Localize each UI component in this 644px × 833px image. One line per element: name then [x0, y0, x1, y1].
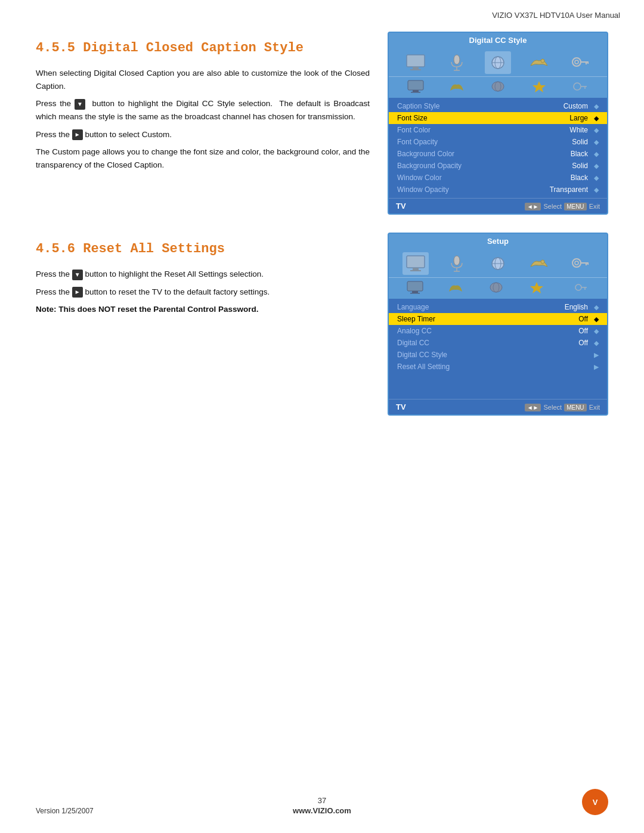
panel1-icon-key: [567, 51, 593, 74]
vizio-logo: V: [582, 789, 608, 815]
panel1-row-caption-style: Caption Style Custom ◆: [389, 100, 607, 112]
section-455: 4.5.5 Digital Closed Caption Style When …: [36, 32, 608, 215]
panel1-icon-monitor: [402, 51, 429, 74]
panel2-row-sleep-timer: Sleep Timer Off ◆: [389, 313, 607, 325]
panel1-nav-hint: ◄► Select MENU Exit: [524, 203, 600, 210]
svg-marker-20: [532, 81, 546, 92]
svg-marker-44: [530, 282, 543, 293]
panel1-icon-sm3: [485, 78, 511, 95]
section-455-text: 4.5.5 Digital Closed Caption Style When …: [36, 32, 370, 176]
section-456-note: Note: This does NOT reset the Parental C…: [36, 303, 370, 316]
panel1-icon-satellite: [485, 51, 511, 74]
section-456-para1: Press the ▼ button to highlight the Rese…: [36, 268, 370, 281]
panel1-icon-sm5: [567, 78, 593, 95]
panel2-icon-monitor: [402, 252, 429, 275]
panel2-icon-sm2: [442, 279, 469, 296]
panel2-icon-mic: [444, 252, 470, 275]
panel1-row-font-color: Font Color White ◆: [389, 124, 607, 136]
panel1-icons-top: [389, 48, 607, 77]
svg-point-11: [575, 60, 578, 64]
panel1-tv-label: TV: [396, 202, 406, 210]
panel1-menu: Caption Style Custom ◆ Font Size Large ◆…: [389, 98, 607, 198]
panel2-icon-sm4: [524, 279, 550, 296]
svg-point-27: [454, 256, 460, 265]
panel1-row-font-opacity: Font Opacity Solid ◆: [389, 136, 607, 148]
section-455-title: 4.5.5 Digital Closed Caption Style: [36, 38, 370, 58]
panel2-icon-bird: [526, 252, 552, 275]
svg-point-10: [572, 58, 581, 66]
down-button-icon-2: ▼: [72, 270, 83, 280]
section-456-para2: Press the ► button to reset the TV to th…: [36, 286, 370, 299]
panel2-icon-sm3: [483, 279, 509, 296]
panel2-icon-satellite: [485, 252, 511, 275]
svg-rect-2: [410, 69, 421, 70]
page-header: VIZIO VX37L HDTV10A User Manual: [0, 0, 644, 26]
svg-rect-0: [407, 55, 425, 67]
svg-point-42: [490, 283, 502, 292]
panel2-footer: TV ◄► Select MENU Exit: [389, 399, 607, 414]
panel2-icon-sm1: [402, 279, 428, 296]
version-text: Version 1/25/2007: [36, 807, 94, 815]
svg-rect-16: [413, 90, 419, 92]
select-button-icon: ►: [72, 129, 83, 140]
panel1-title: Digital CC Style: [389, 33, 607, 48]
panel2-nav-hint: ◄► Select MENU Exit: [524, 404, 600, 411]
footer-center: 37 www.VIZIO.com: [293, 796, 351, 815]
svg-rect-39: [407, 281, 423, 291]
svg-rect-15: [408, 80, 423, 90]
section-455-para4: The Custom page allows you to change the…: [36, 145, 370, 171]
panel1-footer: TV ◄► Select MENU Exit: [389, 198, 607, 213]
svg-point-3: [454, 55, 460, 64]
panel2-icon-key: [567, 252, 593, 275]
tv-panel-2: Setup: [388, 233, 608, 416]
svg-rect-17: [411, 92, 420, 93]
page-number: 37: [293, 796, 351, 805]
panel1-icon-sm2: [444, 78, 470, 95]
section-456-text: 4.5.6 Reset All Settings Press the ▼ but…: [36, 233, 370, 321]
panel1-icon-bird: [526, 51, 552, 74]
select-button-icon-2: ►: [72, 287, 83, 298]
panel2-icons-bottom: [389, 278, 607, 299]
panel2-title: Setup: [389, 234, 607, 249]
panel2-menu: Language English ◆ Sleep Timer Off ◆ Ana…: [389, 299, 607, 399]
panel2-icons-top: [389, 249, 607, 278]
section-455-para2: Press the ▼ button to highlight the Digi…: [36, 97, 370, 123]
panel1-icon-sm4: [526, 78, 552, 95]
panel2-row-language: Language English ◆: [389, 301, 607, 313]
panel1-icons-bottom: [389, 77, 607, 98]
page-content: 4.5.5 Digital Closed Caption Style When …: [0, 26, 644, 457]
panel2-tv-label: TV: [396, 402, 406, 411]
svg-rect-40: [412, 291, 418, 293]
panel1-icon-mic: [444, 51, 470, 74]
section-455-para1: When selecting Digital Closed Caption yo…: [36, 67, 370, 92]
section-455-para3: Press the ► button to select Custom.: [36, 128, 370, 141]
svg-point-35: [575, 261, 578, 265]
panel2-row-digital-cc: Digital CC Off ◆: [389, 337, 607, 349]
website: www.VIZIO.com: [293, 806, 351, 815]
panel1-row-font-size: Font Size Large ◆: [389, 112, 607, 124]
svg-rect-1: [413, 67, 419, 69]
svg-point-45: [575, 284, 581, 290]
svg-point-33: [541, 260, 544, 264]
down-button-icon: ▼: [75, 99, 85, 110]
svg-rect-24: [407, 256, 425, 268]
svg-point-21: [574, 83, 581, 90]
section-456: 4.5.6 Reset All Settings Press the ▼ but…: [36, 233, 608, 416]
panel1-row-window-opacity: Window Opacity Transparent ◆: [389, 184, 607, 196]
panel2-row-digital-cc-style: Digital CC Style ▶: [389, 349, 607, 361]
panel1-row-bg-color: Background Color Black ◆: [389, 148, 607, 160]
svg-rect-26: [410, 270, 421, 271]
page-footer: Version 1/25/2007 37 www.VIZIO.com V: [0, 789, 644, 815]
svg-point-34: [572, 259, 581, 267]
svg-rect-41: [410, 293, 420, 294]
section-456-title: 4.5.6 Reset All Settings: [36, 239, 370, 259]
svg-rect-25: [413, 268, 419, 270]
panel1-row-bg-opacity: Background Opacity Solid ◆: [389, 160, 607, 172]
manual-title: VIZIO VX37L HDTV10A User Manual: [492, 11, 620, 20]
svg-point-9: [541, 59, 544, 63]
panel2-row-empty1: [389, 373, 607, 385]
panel2-row-reset-all: Reset All Setting ▶: [389, 361, 607, 373]
panel2-icon-sm5: [568, 279, 594, 296]
svg-point-18: [492, 82, 504, 91]
panel1-icon-sm1: [402, 78, 429, 95]
